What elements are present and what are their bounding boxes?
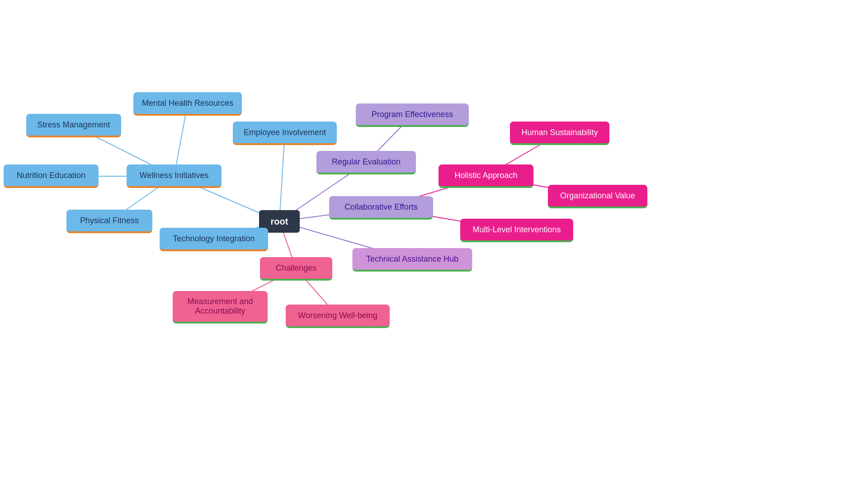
- node-worsening[interactable]: Worsening Well-being: [286, 305, 390, 328]
- connections-svg: [0, 0, 868, 488]
- node-measurement[interactable]: Measurement and Accountability: [173, 291, 268, 324]
- node-program-eff[interactable]: Program Effectiveness: [356, 103, 469, 127]
- node-fitness[interactable]: Physical Fitness: [66, 210, 152, 233]
- node-collab[interactable]: Collaborative Efforts: [329, 196, 433, 220]
- mind-map: rootWellness InitiativesMental Health Re…: [0, 0, 868, 488]
- node-mental-health[interactable]: Mental Health Resources: [133, 92, 242, 116]
- node-human-sust[interactable]: Human Sustainability: [510, 122, 609, 145]
- node-org-val[interactable]: Organizational Value: [548, 185, 647, 208]
- node-holistic[interactable]: Holistic Approach: [439, 164, 533, 188]
- node-regular-eval[interactable]: Regular Evaluation: [316, 151, 416, 174]
- node-multi-level[interactable]: Multi-Level Interventions: [460, 219, 573, 242]
- node-employee[interactable]: Employee Involvement: [233, 122, 337, 145]
- node-challenges[interactable]: Challenges: [260, 257, 332, 281]
- node-tech[interactable]: Technology Integration: [160, 228, 268, 251]
- svg-line-5: [279, 133, 285, 221]
- node-stress[interactable]: Stress Management: [26, 114, 121, 137]
- node-wellness[interactable]: Wellness Initiatives: [127, 164, 222, 188]
- node-nutrition[interactable]: Nutrition Education: [4, 164, 99, 188]
- node-tech-hub[interactable]: Technical Assistance Hub: [353, 248, 472, 272]
